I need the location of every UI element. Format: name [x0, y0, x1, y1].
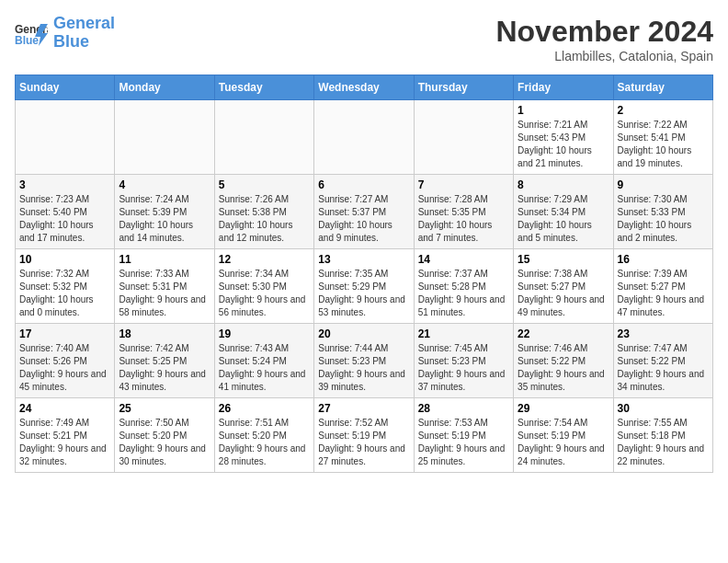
day-cell: 14Sunrise: 7:37 AM Sunset: 5:28 PM Dayli…: [414, 249, 513, 324]
day-header-tuesday: Tuesday: [214, 75, 313, 100]
day-info: Sunrise: 7:43 AM Sunset: 5:24 PM Dayligh…: [219, 342, 310, 394]
day-info: Sunrise: 7:26 AM Sunset: 5:38 PM Dayligh…: [219, 193, 310, 245]
day-info: Sunrise: 7:44 AM Sunset: 5:23 PM Dayligh…: [318, 342, 409, 394]
logo-general: General: [53, 14, 115, 32]
day-info: Sunrise: 7:37 AM Sunset: 5:28 PM Dayligh…: [418, 268, 509, 319]
day-number: 13: [318, 253, 409, 266]
day-info: Sunrise: 7:54 AM Sunset: 5:19 PM Dayligh…: [518, 417, 609, 468]
calendar-table: SundayMondayTuesdayWednesdayThursdayFrid…: [15, 75, 713, 473]
day-cell: 27Sunrise: 7:52 AM Sunset: 5:19 PM Dayli…: [314, 398, 414, 473]
day-cell: 5Sunrise: 7:26 AM Sunset: 5:38 PM Daylig…: [214, 175, 313, 249]
day-info: Sunrise: 7:42 AM Sunset: 5:25 PM Dayligh…: [119, 342, 210, 394]
day-cell: 10Sunrise: 7:32 AM Sunset: 5:32 PM Dayli…: [16, 249, 115, 324]
day-info: Sunrise: 7:52 AM Sunset: 5:19 PM Dayligh…: [318, 417, 409, 468]
day-number: 2: [618, 104, 709, 117]
day-info: Sunrise: 7:27 AM Sunset: 5:37 PM Dayligh…: [318, 193, 409, 245]
day-cell: [414, 100, 513, 175]
day-cell: 4Sunrise: 7:24 AM Sunset: 5:39 PM Daylig…: [115, 175, 214, 249]
day-info: Sunrise: 7:23 AM Sunset: 5:40 PM Dayligh…: [19, 193, 110, 245]
day-number: 30: [618, 402, 709, 415]
day-info: Sunrise: 7:21 AM Sunset: 5:43 PM Dayligh…: [518, 119, 609, 170]
day-header-monday: Monday: [115, 75, 214, 100]
day-info: Sunrise: 7:50 AM Sunset: 5:20 PM Dayligh…: [119, 417, 210, 468]
day-number: 3: [19, 178, 110, 191]
day-cell: [314, 100, 414, 175]
day-number: 27: [318, 402, 409, 415]
week-row-2: 10Sunrise: 7:32 AM Sunset: 5:32 PM Dayli…: [16, 249, 713, 324]
day-cell: [214, 100, 313, 175]
day-cell: 9Sunrise: 7:30 AM Sunset: 5:33 PM Daylig…: [613, 175, 712, 249]
logo: General Blue General Blue: [15, 15, 115, 52]
location: Llambilles, Catalonia, Spain: [495, 49, 713, 63]
day-number: 14: [418, 253, 509, 266]
week-row-0: 1Sunrise: 7:21 AM Sunset: 5:43 PM Daylig…: [16, 100, 713, 175]
header-row: SundayMondayTuesdayWednesdayThursdayFrid…: [16, 75, 713, 100]
day-number: 22: [518, 327, 609, 340]
day-info: Sunrise: 7:32 AM Sunset: 5:32 PM Dayligh…: [19, 268, 110, 319]
day-info: Sunrise: 7:47 AM Sunset: 5:22 PM Dayligh…: [618, 342, 709, 394]
day-cell: 8Sunrise: 7:29 AM Sunset: 5:34 PM Daylig…: [514, 175, 613, 249]
day-info: Sunrise: 7:46 AM Sunset: 5:22 PM Dayligh…: [518, 342, 609, 394]
day-number: 12: [219, 253, 310, 266]
day-info: Sunrise: 7:28 AM Sunset: 5:35 PM Dayligh…: [418, 193, 509, 245]
day-info: Sunrise: 7:30 AM Sunset: 5:33 PM Dayligh…: [618, 193, 709, 245]
day-number: 11: [119, 253, 210, 266]
calendar-body: 1Sunrise: 7:21 AM Sunset: 5:43 PM Daylig…: [16, 100, 713, 473]
day-cell: 23Sunrise: 7:47 AM Sunset: 5:22 PM Dayli…: [613, 324, 712, 398]
day-header-saturday: Saturday: [613, 75, 712, 100]
day-info: Sunrise: 7:22 AM Sunset: 5:41 PM Dayligh…: [618, 119, 709, 170]
day-info: Sunrise: 7:45 AM Sunset: 5:23 PM Dayligh…: [418, 342, 509, 394]
day-number: 26: [219, 402, 310, 415]
day-cell: 30Sunrise: 7:55 AM Sunset: 5:18 PM Dayli…: [613, 398, 712, 473]
day-cell: 2Sunrise: 7:22 AM Sunset: 5:41 PM Daylig…: [613, 100, 712, 175]
day-info: Sunrise: 7:53 AM Sunset: 5:19 PM Dayligh…: [418, 417, 509, 468]
day-number: 21: [418, 327, 509, 340]
day-info: Sunrise: 7:33 AM Sunset: 5:31 PM Dayligh…: [119, 268, 210, 319]
day-header-friday: Friday: [514, 75, 613, 100]
day-info: Sunrise: 7:24 AM Sunset: 5:39 PM Dayligh…: [119, 193, 210, 245]
logo-blue: Blue: [53, 32, 89, 51]
day-number: 24: [19, 402, 110, 415]
day-cell: 13Sunrise: 7:35 AM Sunset: 5:29 PM Dayli…: [314, 249, 414, 324]
day-cell: 12Sunrise: 7:34 AM Sunset: 5:30 PM Dayli…: [214, 249, 313, 324]
day-number: 29: [518, 402, 609, 415]
day-number: 15: [518, 253, 609, 266]
page-header: General Blue General Blue November 2024 …: [15, 15, 713, 63]
day-cell: 22Sunrise: 7:46 AM Sunset: 5:22 PM Dayli…: [514, 324, 613, 398]
week-row-4: 24Sunrise: 7:49 AM Sunset: 5:21 PM Dayli…: [16, 398, 713, 473]
day-cell: 11Sunrise: 7:33 AM Sunset: 5:31 PM Dayli…: [115, 249, 214, 324]
calendar-header: SundayMondayTuesdayWednesdayThursdayFrid…: [16, 75, 713, 100]
day-cell: 25Sunrise: 7:50 AM Sunset: 5:20 PM Dayli…: [115, 398, 214, 473]
day-number: 6: [318, 178, 409, 191]
day-number: 23: [618, 327, 709, 340]
day-number: 10: [19, 253, 110, 266]
day-cell: 19Sunrise: 7:43 AM Sunset: 5:24 PM Dayli…: [214, 324, 313, 398]
day-number: 25: [119, 402, 210, 415]
day-cell: 7Sunrise: 7:28 AM Sunset: 5:35 PM Daylig…: [414, 175, 513, 249]
day-info: Sunrise: 7:34 AM Sunset: 5:30 PM Dayligh…: [219, 268, 310, 319]
day-cell: 3Sunrise: 7:23 AM Sunset: 5:40 PM Daylig…: [16, 175, 115, 249]
day-number: 9: [618, 178, 709, 191]
day-cell: 6Sunrise: 7:27 AM Sunset: 5:37 PM Daylig…: [314, 175, 414, 249]
day-cell: 20Sunrise: 7:44 AM Sunset: 5:23 PM Dayli…: [314, 324, 414, 398]
day-info: Sunrise: 7:55 AM Sunset: 5:18 PM Dayligh…: [618, 417, 709, 468]
day-cell: 16Sunrise: 7:39 AM Sunset: 5:27 PM Dayli…: [613, 249, 712, 324]
day-number: 5: [219, 178, 310, 191]
day-cell: 24Sunrise: 7:49 AM Sunset: 5:21 PM Dayli…: [16, 398, 115, 473]
day-info: Sunrise: 7:39 AM Sunset: 5:27 PM Dayligh…: [618, 268, 709, 319]
day-cell: 29Sunrise: 7:54 AM Sunset: 5:19 PM Dayli…: [514, 398, 613, 473]
day-cell: 1Sunrise: 7:21 AM Sunset: 5:43 PM Daylig…: [514, 100, 613, 175]
day-cell: 15Sunrise: 7:38 AM Sunset: 5:27 PM Dayli…: [514, 249, 613, 324]
day-header-thursday: Thursday: [414, 75, 513, 100]
day-cell: 26Sunrise: 7:51 AM Sunset: 5:20 PM Dayli…: [214, 398, 313, 473]
day-header-wednesday: Wednesday: [314, 75, 414, 100]
day-number: 18: [119, 327, 210, 340]
day-number: 8: [518, 178, 609, 191]
svg-text:Blue: Blue: [15, 34, 39, 46]
day-cell: 17Sunrise: 7:40 AM Sunset: 5:26 PM Dayli…: [16, 324, 115, 398]
day-info: Sunrise: 7:51 AM Sunset: 5:20 PM Dayligh…: [219, 417, 310, 468]
day-number: 4: [119, 178, 210, 191]
day-cell: [16, 100, 115, 175]
day-cell: 21Sunrise: 7:45 AM Sunset: 5:23 PM Dayli…: [414, 324, 513, 398]
month-title: November 2024: [495, 15, 713, 49]
